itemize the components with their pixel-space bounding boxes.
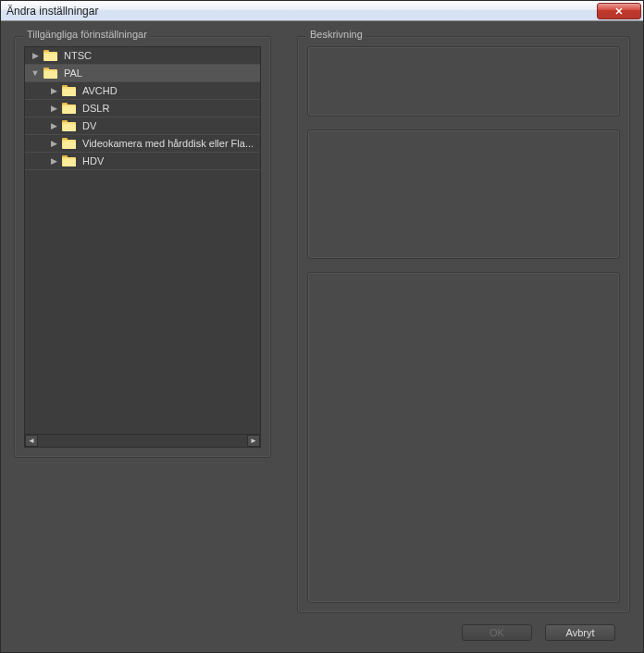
close-icon <box>614 7 624 15</box>
svg-rect-16 <box>63 124 76 131</box>
ok-button: OK <box>462 624 532 641</box>
chevron-right-icon[interactable]: ▶ <box>49 86 58 95</box>
tree-row[interactable]: ▶DV <box>25 117 260 135</box>
chevron-down-icon[interactable]: ▼ <box>31 68 40 78</box>
tree-row[interactable]: ▶HDV <box>25 153 260 170</box>
tree-row[interactable]: ▶AVCHD <box>25 82 260 100</box>
tree-row[interactable]: ▶DSLR <box>25 100 260 117</box>
presets-panel-box: ▶NTSC▼PAL▶AVCHD▶DSLR▶DV▶Videokamera med … <box>14 36 271 458</box>
folder-icon <box>43 68 58 79</box>
close-button[interactable] <box>597 3 641 19</box>
tree-row-label: HDV <box>82 155 104 166</box>
columns: Tillgängliga förinställningar ▶NTSC▼PAL▶… <box>14 36 630 615</box>
chevron-right-icon[interactable]: ▶ <box>49 156 58 166</box>
scroll-left-arrow-icon[interactable]: ◄ <box>25 435 38 447</box>
tree-row-label: NTSC <box>64 50 92 61</box>
svg-rect-10 <box>63 89 76 96</box>
chevron-right-icon[interactable]: ▶ <box>49 121 58 130</box>
description-panel: Beskrivning <box>297 36 630 615</box>
svg-rect-7 <box>44 71 57 79</box>
folder-icon <box>62 103 77 114</box>
tree-row[interactable]: ▶NTSC <box>25 47 260 65</box>
presets-panel: Tillgängliga förinställningar ▶NTSC▼PAL▶… <box>14 36 271 615</box>
chevron-right-icon[interactable]: ▶ <box>31 51 40 60</box>
description-box-2 <box>307 129 620 259</box>
scroll-right-arrow-icon[interactable]: ► <box>247 435 260 447</box>
folder-icon <box>62 120 77 131</box>
tree-row-label: AVCHD <box>82 85 118 96</box>
chevron-right-icon[interactable]: ▶ <box>49 139 58 148</box>
window-title: Ändra inställningar <box>6 5 98 18</box>
dialog-body: Tillgängliga förinställningar ▶NTSC▼PAL▶… <box>1 21 643 652</box>
dialog-window: Ändra inställningar Tillgängliga förinst… <box>0 0 644 653</box>
tree-row[interactable]: ▶Videokamera med hårddisk eller Fla... <box>25 135 260 153</box>
description-panel-label: Beskrivning <box>306 29 366 40</box>
horizontal-scrollbar[interactable]: ◄ ► <box>24 435 261 448</box>
tree-row[interactable]: ▼PAL <box>25 65 260 82</box>
cancel-button[interactable]: Avbryt <box>545 624 615 641</box>
presets-panel-label: Tillgängliga förinställningar <box>23 29 151 40</box>
folder-icon <box>62 85 77 96</box>
folder-icon <box>62 155 77 166</box>
svg-rect-22 <box>63 159 76 166</box>
description-box-3 <box>307 272 620 603</box>
svg-rect-4 <box>44 54 57 61</box>
tree-row-label: DV <box>82 120 96 131</box>
button-row: OK Avbryt <box>14 615 630 641</box>
description-panel-box <box>297 36 630 613</box>
chevron-right-icon[interactable]: ▶ <box>49 104 58 113</box>
svg-rect-19 <box>63 142 76 149</box>
preset-tree[interactable]: ▶NTSC▼PAL▶AVCHD▶DSLR▶DV▶Videokamera med … <box>24 46 261 435</box>
svg-rect-13 <box>63 106 76 114</box>
tree-row-label: PAL <box>64 68 82 79</box>
folder-icon <box>62 138 77 149</box>
tree-row-label: Videokamera med hårddisk eller Fla... <box>82 138 254 149</box>
folder-icon <box>43 50 58 61</box>
tree-row-label: DSLR <box>82 103 109 114</box>
description-box-1 <box>307 46 620 117</box>
scroll-track[interactable] <box>38 435 247 447</box>
titlebar: Ändra inställningar <box>1 1 643 21</box>
